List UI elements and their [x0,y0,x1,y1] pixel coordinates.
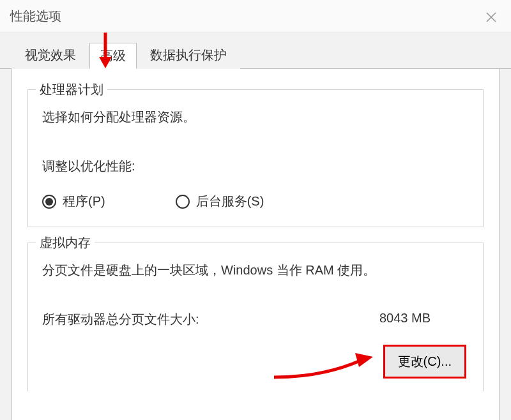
window-title: 性能选项 [10,8,61,25]
close-icon [485,11,497,23]
change-button[interactable]: 更改(C)... [385,346,465,377]
annotation-arrow-down [96,31,115,70]
radio-services-indicator [176,195,190,209]
adjust-label: 调整以优化性能: [42,158,469,175]
vm-total-label: 所有驱动器总分页文件大小: [42,311,199,328]
vm-legend: 虚拟内存 [36,234,95,251]
radio-services-label: 后台服务(S) [196,193,264,210]
vm-total-value: 8043 MB [379,311,469,328]
processor-desc: 选择如何分配处理器资源。 [42,107,469,127]
vm-desc: 分页文件是硬盘上的一块区域，Windows 当作 RAM 使用。 [42,260,469,280]
virtual-memory-group: 虚拟内存 分页文件是硬盘上的一块区域，Windows 当作 RAM 使用。 所有… [27,243,484,391]
tab-dep[interactable]: 数据执行保护 [137,41,240,69]
tab-visual-effects[interactable]: 视觉效果 [11,41,89,69]
radio-background-services[interactable]: 后台服务(S) [176,193,264,210]
processor-scheduling-group: 处理器计划 选择如何分配处理器资源。 调整以优化性能: 程序(P) 后台服务(S… [27,89,484,227]
processor-legend: 处理器计划 [36,81,107,98]
radio-programs-indicator [42,195,56,209]
svg-marker-1 [99,57,112,68]
close-button[interactable] [480,6,502,28]
radio-programs-label: 程序(P) [63,193,105,210]
radio-programs[interactable]: 程序(P) [42,193,105,210]
